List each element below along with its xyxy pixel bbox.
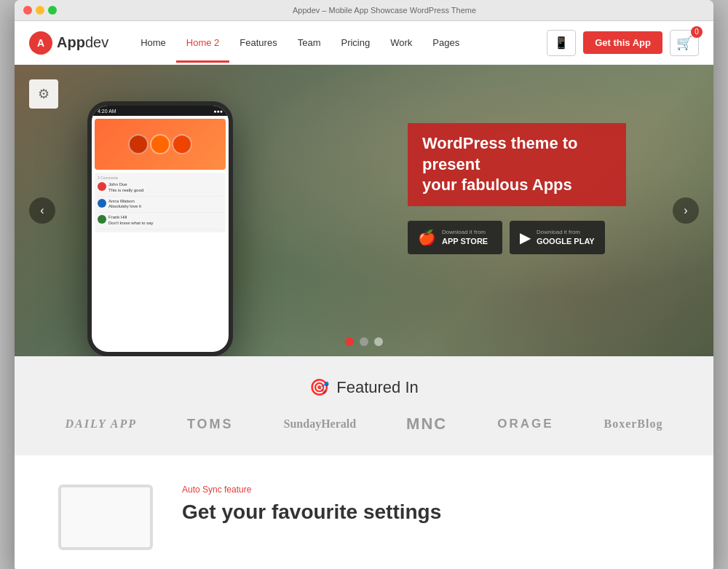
- avatar-anna: [98, 199, 106, 208]
- brand-toms[interactable]: TOMS: [187, 417, 234, 432]
- post-3-name: Frank Hill: [108, 215, 154, 221]
- maximize-dot[interactable]: [48, 6, 57, 15]
- post-3-comment: Don't know what to say: [108, 221, 154, 227]
- phone-mockup: 4:20 AM ●●● 3 Comments: [87, 101, 233, 356]
- tablet-mockup: [58, 484, 153, 550]
- post-2-content: Anna Watson Absolutely love it: [108, 199, 141, 211]
- nav-actions: 📱 Get this App 🛒 0: [547, 30, 699, 56]
- post-entry-3: Frank Hill Don't know what to say: [98, 213, 223, 229]
- google-play-button[interactable]: ▶ Download it from GOOGLE PLAY: [510, 221, 605, 255]
- post-1-name: John Due: [108, 182, 143, 188]
- minimize-dot[interactable]: [36, 6, 44, 15]
- hero-text-box: WordPress theme to present your fabulous…: [408, 123, 626, 254]
- brand-mnc[interactable]: MNC: [406, 415, 447, 433]
- brand-sunday-herald[interactable]: SundayHerald: [284, 417, 357, 431]
- post-1-comment: This is really good: [108, 188, 143, 194]
- get-app-button[interactable]: Get this App: [583, 31, 662, 54]
- nav-links: Home Home 2 Features Team Pricing Work P…: [130, 23, 547, 63]
- cart-button[interactable]: 🛒 0: [670, 30, 699, 56]
- app-store-text: Download it from APP STORE: [442, 228, 488, 248]
- gear-button[interactable]: ⚙: [29, 79, 58, 109]
- character-3: [172, 134, 192, 154]
- brand-boxer-blog[interactable]: BoxerBlog: [604, 417, 662, 431]
- nav-team[interactable]: Team: [288, 23, 331, 63]
- hero-headline-line2: your fabulous Apps: [422, 176, 572, 194]
- phone-time: 4:20 AM: [98, 109, 116, 114]
- featured-icon: 🎯: [309, 378, 329, 397]
- featured-logos: DAILY APP TOMS SundayHerald MNC ORAGE Bo…: [44, 415, 684, 433]
- post-entry-2: Anna Watson Absolutely love it: [98, 197, 223, 213]
- avatar-frank: [98, 215, 106, 224]
- avatar-john: [98, 182, 106, 191]
- browser-dots: [23, 6, 57, 15]
- post-1-content: John Due This is really good: [108, 182, 143, 194]
- hero-headline: WordPress theme to present your fabulous…: [408, 123, 626, 206]
- hero-dot-1[interactable]: [345, 337, 354, 346]
- hero-next-button[interactable]: ›: [673, 197, 699, 224]
- auto-sync-label: Auto Sync feature: [182, 484, 441, 495]
- brand-daily-app[interactable]: DAILY APP: [65, 417, 136, 431]
- phone-content: 3 Comments John Due This is really good: [92, 116, 229, 238]
- bottom-section: Auto Sync feature Get your favourite set…: [15, 455, 713, 569]
- movie-characters: [128, 134, 192, 154]
- post-2-name: Anna Watson: [108, 199, 141, 205]
- logo-name-light: dev: [85, 34, 108, 50]
- bottom-headline: Get your favourite settings: [182, 501, 441, 524]
- nav-home2[interactable]: Home 2: [176, 23, 230, 63]
- apple-icon: 🍎: [418, 229, 436, 246]
- nav-features[interactable]: Features: [229, 23, 287, 63]
- hero-section: ⚙ 4:20 AM ●●●: [15, 65, 713, 356]
- logo-icon: A: [29, 31, 52, 55]
- hero-prev-button[interactable]: ‹: [29, 197, 55, 224]
- post-2-comment: Absolutely love it: [108, 204, 141, 210]
- nav-work[interactable]: Work: [380, 23, 422, 63]
- hero-dot-3[interactable]: [374, 337, 383, 346]
- nav-pricing[interactable]: Pricing: [331, 23, 380, 63]
- brand-orage[interactable]: ORAGE: [497, 417, 553, 431]
- mobile-icon-button[interactable]: 📱: [547, 30, 576, 56]
- logo-name-bold: App: [57, 34, 85, 50]
- phone-movie-banner: [95, 119, 226, 170]
- browser-chrome: Appdev – Mobile App Showcase WordPress T…: [15, 0, 713, 21]
- google-play-icon: ▶: [520, 229, 531, 246]
- phone-mockup-container: 4:20 AM ●●● 3 Comments: [87, 101, 248, 356]
- download-buttons: 🍎 Download it from APP STORE ▶ Download …: [408, 221, 626, 255]
- browser-title: Appdev – Mobile App Showcase WordPress T…: [64, 6, 705, 15]
- navbar: A Appdev Home Home 2 Features Team Prici…: [15, 21, 713, 65]
- phone-screen: 4:20 AM ●●● 3 Comments: [92, 106, 229, 352]
- browser-window: Appdev – Mobile App Showcase WordPress T…: [15, 0, 713, 569]
- logo-text: Appdev: [57, 34, 108, 51]
- character-1: [128, 134, 149, 154]
- featured-title: 🎯 Featured In: [44, 378, 684, 397]
- phone-post-main: 3 Comments John Due This is really good: [95, 173, 226, 232]
- cart-badge: 0: [691, 26, 703, 38]
- featured-section: 🎯 Featured In DAILY APP TOMS SundayHeral…: [15, 356, 713, 455]
- hero-headline-line1: WordPress theme to present: [422, 134, 578, 173]
- hero-dot-2[interactable]: [360, 337, 368, 346]
- bottom-text: Auto Sync feature Get your favourite set…: [182, 477, 441, 524]
- post-entry-1: John Due This is really good: [98, 180, 223, 197]
- nav-pages[interactable]: Pages: [422, 23, 470, 63]
- close-dot[interactable]: [23, 6, 32, 15]
- phone-status-bar: 4:20 AM ●●●: [92, 106, 229, 116]
- google-play-text: Download it from GOOGLE PLAY: [537, 228, 595, 248]
- hero-dots: [345, 337, 383, 346]
- app-store-button[interactable]: 🍎 Download it from APP STORE: [408, 221, 502, 255]
- post-3-content: Frank Hill Don't know what to say: [108, 215, 154, 227]
- character-2: [150, 134, 170, 154]
- phone-signal: ●●●: [213, 109, 223, 114]
- nav-home[interactable]: Home: [130, 23, 176, 63]
- featured-title-text: Featured In: [336, 378, 419, 397]
- logo[interactable]: A Appdev: [29, 31, 108, 55]
